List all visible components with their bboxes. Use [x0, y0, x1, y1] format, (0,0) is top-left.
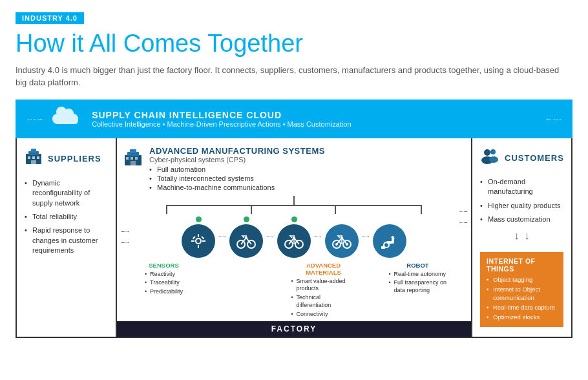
main-title: How it All Comes Together [16, 30, 572, 58]
tree-lines [123, 196, 465, 206]
prod-arrow-3: --→ [314, 233, 322, 240]
svg-rect-4 [32, 156, 35, 159]
prod-circle-3 [277, 224, 311, 258]
suppliers-header: SUPPLIERS [25, 147, 108, 170]
circle-sensor [182, 215, 215, 258]
suppliers-panel: SUPPLIERS Dynamic reconfigurability of s… [17, 138, 117, 337]
industry-badge: INDUSTRY 4.0 [16, 12, 84, 24]
arrow-left-2: ←-- [458, 218, 467, 226]
suppliers-icon [25, 147, 43, 170]
sensors-item-1: Traceability [145, 279, 183, 288]
down-arrow-1: ↓ [514, 230, 520, 242]
label-robot: ROBOT Real-time autonomy Full transparen… [389, 262, 447, 295]
iot-item-2: Real-time data capture [487, 303, 557, 313]
svg-point-43 [489, 156, 498, 163]
production-line: --→ [123, 215, 465, 258]
sensors-item-0: Reactivity [145, 270, 183, 279]
dot-green-1 [196, 216, 202, 222]
svg-point-41 [490, 149, 496, 154]
adv-mfg-text: ADVANCED MANUFACTURING SYSTEMS Cyber-phy… [149, 146, 325, 192]
robot-item-1: Full transparency on data reporting [389, 279, 447, 295]
sensors-title: SENSORS [149, 262, 178, 269]
svg-rect-37 [391, 235, 395, 240]
svg-point-34 [346, 243, 348, 246]
prod-circle-5 [373, 224, 406, 258]
cloud-icon [49, 106, 83, 132]
diagram-row: SUPPLIERS Dynamic reconfigurability of s… [16, 138, 572, 338]
prod-circle-4 [325, 224, 359, 258]
dot-green-3 [291, 216, 297, 222]
svg-rect-11 [131, 157, 133, 160]
page: INDUSTRY 4.0 How it All Comes Together I… [0, 0, 588, 380]
cloud-arrow-right-dashed: ← - - - [545, 115, 561, 123]
svg-rect-6 [31, 160, 36, 164]
adv-mfg-title: ADVANCED MANUFACTURING SYSTEMS [149, 146, 325, 156]
cloud-text: SUPPLY CHAIN INTELLIGENCE CLOUD Collecti… [92, 110, 539, 128]
svg-point-33 [335, 243, 338, 246]
svg-rect-39 [381, 246, 385, 249]
prod-arrow-4: --→ [362, 233, 370, 240]
svg-rect-10 [126, 157, 129, 160]
svg-rect-13 [131, 161, 136, 165]
svg-rect-17 [198, 245, 199, 248]
svg-rect-21 [201, 236, 204, 239]
svg-rect-2 [31, 149, 36, 153]
factory-bar: FACTORY [117, 321, 471, 337]
iot-item-0: Object tagging [487, 275, 557, 285]
robot-list: Real-time autonomy Full transparency on … [389, 270, 447, 295]
svg-point-15 [196, 239, 200, 243]
branch-left [166, 206, 167, 214]
svg-point-40 [484, 149, 490, 156]
cloud-banner-subtitle: Collective Intelligence • Machine-Driven… [92, 120, 539, 128]
circle-material-1 [229, 215, 263, 258]
arrow-right-1: --→ [121, 227, 130, 235]
arrow-left-1: ←-- [458, 207, 467, 215]
customers-item-2: Mass customization [480, 213, 563, 226]
adv-materials-list: Smart value-added products Technical dif… [291, 277, 356, 319]
adv-mfg-subtitle: Cyber-physical systems (CPS) [149, 156, 325, 164]
customers-item-1: Higher quality products [480, 199, 563, 213]
subtitle: Industry 4.0 is much bigger than just th… [16, 64, 572, 89]
iot-list: Object tagging Internet to Object commun… [487, 275, 557, 322]
suppliers-title: SUPPLIERS [48, 154, 101, 164]
prod-circle-2 [229, 224, 263, 258]
svg-rect-9 [130, 149, 136, 153]
robot-item-0: Real-time autonomy [389, 270, 447, 279]
prod-arrow-1: --→ [218, 233, 226, 240]
suppliers-list: Dynamic reconfigurability of supply netw… [25, 176, 108, 258]
sensors-item-2: Predictability [145, 288, 183, 297]
svg-point-24 [245, 237, 247, 239]
svg-rect-19 [202, 240, 205, 242]
customers-header: CUSTOMERS [480, 147, 563, 169]
circle-robot [373, 215, 406, 258]
customers-item-0: On-demand manufacturing [480, 175, 563, 199]
center-panel: ADVANCED MANUFACTURING SYSTEMS Cyber-phy… [117, 138, 471, 337]
down-arrows: ↓ ↓ [480, 230, 563, 242]
customers-title: CUSTOMERS [505, 153, 564, 163]
cloud-arrow-left-dashed: - - - → [27, 115, 43, 123]
prod-arrow-2: --→ [266, 233, 274, 240]
customers-list: On-demand manufacturing Higher quality p… [480, 175, 563, 227]
branch-center-right [335, 206, 336, 214]
label-adv-materials: ADVANCED MATERIALS Smart value-added pro… [291, 262, 356, 319]
labels-row: SENSORS Reactivity Traceability Predicta… [123, 262, 465, 319]
adv-mat-item-1: Technical differentiation [291, 293, 356, 310]
iot-box: INTERNET OF THINGS Object tagging Intern… [480, 252, 563, 327]
customers-panel: ←-- ←-- CUSTOMERS On-demand manufacturin… [471, 138, 571, 337]
adv-mfg-item-1: Totally interconnected systems [149, 174, 325, 183]
down-arrow-2: ↓ [525, 230, 530, 242]
svg-rect-18 [191, 240, 194, 242]
supplier-arrows: --→ --→ [121, 227, 130, 246]
customers-icon [480, 147, 499, 169]
customer-arrows: ←-- ←-- [458, 207, 467, 226]
adv-mfg-icon [123, 147, 143, 171]
adv-mfg-header: ADVANCED MANUFACTURING SYSTEMS Cyber-phy… [123, 146, 465, 192]
label-sensors: SENSORS Reactivity Traceability Predicta… [142, 262, 187, 297]
adv-mfg-item-2: Machine-to-machine communications [149, 183, 325, 192]
dot-green-2 [244, 216, 249, 222]
iot-title: INTERNET OF THINGS [487, 257, 557, 273]
svg-rect-20 [193, 236, 196, 239]
adv-mat-item-0: Smart value-added products [291, 277, 356, 293]
circle-product [325, 215, 359, 258]
suppliers-item-2: Rapid response to changes in customer re… [25, 224, 108, 257]
